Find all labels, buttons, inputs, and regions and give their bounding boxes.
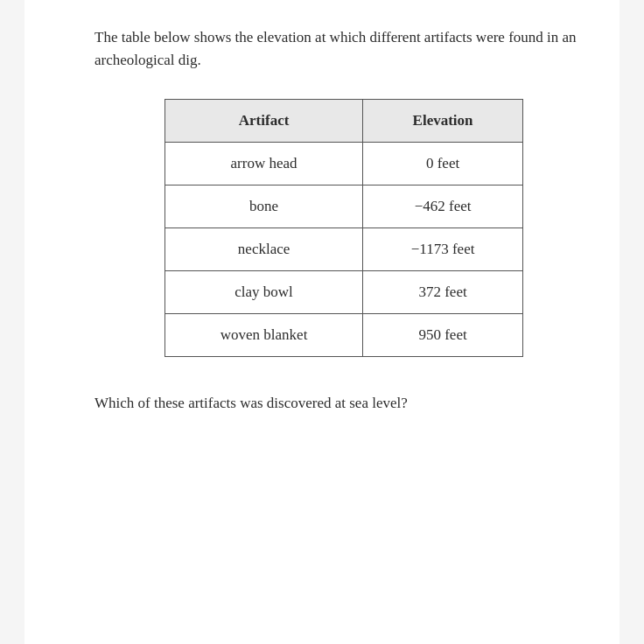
table-row: clay bowl372 feet <box>165 270 523 313</box>
cell-elevation-1: −462 feet <box>363 185 523 228</box>
cell-artifact-0: arrow head <box>165 142 363 185</box>
cell-artifact-4: woven blanket <box>165 313 363 356</box>
page-container: The table below shows the elevation at w… <box>24 0 620 644</box>
intro-text: The table below shows the elevation at w… <box>94 26 593 73</box>
artifacts-table: Artifact Elevation arrow head0 feetbone−… <box>164 99 523 357</box>
header-elevation: Elevation <box>363 99 523 142</box>
cell-artifact-1: bone <box>165 185 363 228</box>
cell-artifact-3: clay bowl <box>165 270 363 313</box>
header-artifact: Artifact <box>165 99 363 142</box>
cell-elevation-0: 0 feet <box>363 142 523 185</box>
cell-artifact-2: necklace <box>165 228 363 270</box>
table-row: arrow head0 feet <box>165 142 523 185</box>
question-text: Which of these artifacts was discovered … <box>94 392 593 415</box>
table-row: necklace−1173 feet <box>165 228 523 270</box>
cell-elevation-4: 950 feet <box>363 313 523 356</box>
table-header-row: Artifact Elevation <box>165 99 523 142</box>
table-row: bone−462 feet <box>165 185 523 228</box>
cell-elevation-3: 372 feet <box>363 270 523 313</box>
table-wrapper: Artifact Elevation arrow head0 feetbone−… <box>94 99 593 357</box>
cell-elevation-2: −1173 feet <box>363 228 523 270</box>
table-row: woven blanket950 feet <box>165 313 523 356</box>
